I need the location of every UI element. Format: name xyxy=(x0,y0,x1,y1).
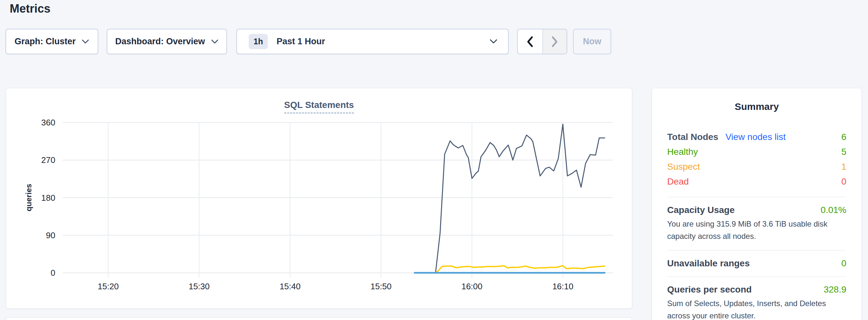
suspect-value: 1 xyxy=(841,162,846,172)
total-nodes-row: Total Nodes View nodes list 6 xyxy=(667,130,846,145)
x-tick-label: 15:30 xyxy=(189,282,210,291)
chevron-down-icon xyxy=(82,39,89,44)
healthy-label: Healthy xyxy=(667,147,698,157)
x-tick-label: 15:40 xyxy=(279,282,301,291)
page-title: Metrics xyxy=(10,2,51,15)
time-window-badge: 1h xyxy=(249,34,268,49)
y-tick-label: 180 xyxy=(41,193,55,203)
sql-statements-chart[interactable]: 09018027036015:2015:3015:4015:5016:0016:… xyxy=(6,88,632,309)
yellow-series-line xyxy=(414,266,605,273)
y-tick-label: 360 xyxy=(41,118,55,127)
y-tick-label: 0 xyxy=(51,268,55,278)
chevron-right-icon xyxy=(551,36,559,47)
queries-per-second-label: Queries per second xyxy=(667,284,751,295)
unavailable-ranges-label: Unavailable ranges xyxy=(667,258,750,268)
healthy-nodes-row: Healthy 5 xyxy=(667,145,846,159)
dark-blue-series-line xyxy=(414,124,605,273)
summary-title: Summary xyxy=(667,88,846,112)
summary-panel: Summary Total Nodes View nodes list 6 He… xyxy=(652,88,862,320)
chevron-down-icon xyxy=(211,39,219,44)
y-tick-label: 90 xyxy=(46,230,55,240)
capacity-usage-row: Capacity Usage 0.01% xyxy=(667,205,846,215)
x-tick-label: 16:10 xyxy=(552,282,574,291)
total-nodes-value: 6 xyxy=(841,132,846,142)
x-tick-label: 16:00 xyxy=(462,282,483,291)
unavailable-ranges-row: Unavailable ranges 0 xyxy=(667,258,846,268)
next-chart-card-partial xyxy=(6,317,632,320)
queries-per-second-value: 328.9 xyxy=(824,284,846,295)
view-nodes-list-link[interactable]: View nodes list xyxy=(725,132,785,142)
divider xyxy=(667,276,846,277)
dead-label: Dead xyxy=(667,177,689,187)
next-interval-button[interactable] xyxy=(542,29,567,54)
sql-statements-chart-card: SQL Statements queries 09018027036015:20… xyxy=(6,88,632,309)
time-window-label: Past 1 Hour xyxy=(277,36,325,46)
healthy-value: 5 xyxy=(841,147,846,157)
chevron-left-icon xyxy=(526,36,534,47)
suspect-nodes-row: Suspect 1 xyxy=(667,159,846,174)
graph-selector-label: Graph: Cluster xyxy=(14,36,76,46)
queries-per-second-description: Sum of Selects, Updates, Inserts, and De… xyxy=(667,297,846,320)
time-window-dropdown[interactable]: 1h Past 1 Hour xyxy=(237,29,509,54)
time-pager xyxy=(517,29,567,54)
capacity-usage-label: Capacity Usage xyxy=(667,205,735,215)
total-nodes-label: Total Nodes xyxy=(667,132,718,142)
node-status-rows: Total Nodes View nodes list 6 Healthy 5 … xyxy=(667,130,846,189)
now-button[interactable]: Now xyxy=(573,29,611,54)
capacity-usage-description: You are using 315.9 MiB of 3.6 TiB usabl… xyxy=(667,218,846,243)
dashboard-selector-label: Dashboard: Overview xyxy=(115,36,205,46)
capacity-usage-value: 0.01% xyxy=(821,205,846,215)
x-tick-label: 15:20 xyxy=(98,282,119,291)
chevron-down-icon xyxy=(489,39,498,44)
divider xyxy=(667,250,846,251)
dashboard-selector-dropdown[interactable]: Dashboard: Overview xyxy=(107,29,227,54)
y-tick-label: 270 xyxy=(41,155,55,165)
suspect-label: Suspect xyxy=(667,162,700,172)
previous-interval-button[interactable] xyxy=(518,29,542,54)
x-tick-label: 15:50 xyxy=(371,282,392,291)
graph-selector-dropdown[interactable]: Graph: Cluster xyxy=(5,29,98,54)
dead-nodes-row: Dead 0 xyxy=(667,174,846,189)
dead-value: 0 xyxy=(841,177,846,187)
queries-per-second-row: Queries per second 328.9 xyxy=(667,284,846,295)
unavailable-ranges-value: 0 xyxy=(841,258,846,268)
divider xyxy=(667,197,846,197)
